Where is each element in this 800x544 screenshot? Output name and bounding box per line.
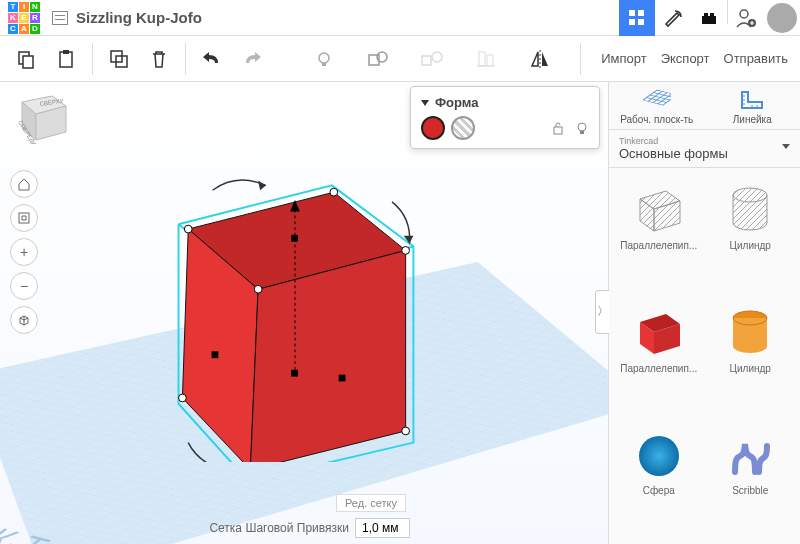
redo-button[interactable] — [235, 42, 269, 76]
snap-grid-bar: Ред. сетку Сетка Шаговой Привязки — [209, 518, 410, 538]
tinkercad-logo[interactable]: TIN KER CAD — [8, 2, 40, 34]
visibility-button[interactable] — [307, 42, 341, 76]
user-avatar[interactable] — [764, 0, 800, 36]
canvas-viewport[interactable]: СВЕРХУ СПЕРЕДИ + − Ч. ПЛОСК-Т — [0, 82, 608, 544]
svg-rect-55 — [580, 131, 584, 134]
shape-sphere[interactable]: Сфера — [615, 419, 703, 538]
app-header: TIN KER CAD Sizzling Kup-Jofo — [0, 0, 800, 36]
paste-icon — [56, 49, 76, 69]
edit-grid-button[interactable]: Ред. сетку — [336, 494, 406, 512]
svg-point-50 — [179, 394, 187, 402]
align-button[interactable] — [469, 42, 503, 76]
svg-rect-10 — [23, 56, 33, 68]
mirror-button[interactable] — [523, 42, 557, 76]
selected-shape-box[interactable] — [165, 132, 425, 462]
mode-bricks-button[interactable] — [691, 0, 727, 36]
collapse-caret-icon[interactable] — [421, 100, 429, 106]
viewcube[interactable]: СВЕРХУ СПЕРЕДИ — [10, 88, 70, 144]
mode-blocks-button[interactable] — [655, 0, 691, 36]
svg-point-52 — [402, 427, 410, 435]
ungroup-icon — [421, 49, 443, 69]
copy-icon — [16, 49, 36, 69]
duplicate-button[interactable] — [102, 42, 136, 76]
ungroup-button[interactable] — [415, 42, 449, 76]
svg-rect-3 — [638, 19, 644, 25]
grid-icon — [628, 9, 646, 27]
svg-point-46 — [184, 225, 192, 233]
shape-box-hole[interactable]: Параллелепип... — [615, 174, 703, 293]
svg-rect-45 — [339, 375, 346, 382]
svg-rect-22 — [487, 55, 493, 66]
shape-inspector[interactable]: Форма — [410, 86, 600, 149]
shape-box-solid[interactable]: Параллелепип... — [615, 297, 703, 416]
bulb-off-icon — [313, 50, 335, 68]
person-plus-icon — [735, 7, 757, 29]
shape-cylinder-solid[interactable]: Цилиндр — [707, 297, 795, 416]
home-icon — [17, 177, 31, 191]
svg-rect-4 — [702, 16, 716, 24]
shape-scribble[interactable]: Scribble — [707, 419, 795, 538]
delete-button[interactable] — [142, 42, 176, 76]
import-button[interactable]: Импорт — [601, 51, 646, 66]
fit-icon — [17, 211, 31, 225]
inspector-title: Форма — [435, 95, 478, 110]
svg-rect-6 — [710, 13, 714, 17]
pickaxe-icon — [663, 8, 683, 28]
svg-rect-53 — [554, 127, 562, 134]
ruler-tool[interactable]: Линейка — [705, 82, 801, 129]
undo-button[interactable] — [195, 42, 229, 76]
svg-rect-0 — [629, 10, 635, 16]
bulb-icon[interactable] — [575, 121, 589, 135]
svg-point-15 — [319, 53, 329, 63]
shape-category-select[interactable]: Tinkercad Основные формы — [609, 130, 800, 168]
workplane-tool[interactable]: Рабоч. плоск-ть — [609, 82, 705, 129]
account-button[interactable] — [728, 0, 764, 36]
paste-button[interactable] — [49, 42, 83, 76]
brick-icon — [699, 8, 719, 28]
send-button[interactable]: Отправить — [724, 51, 788, 66]
project-title[interactable]: Sizzling Kup-Jofo — [76, 9, 202, 26]
trash-icon — [149, 49, 169, 69]
shape-cylinder-hole[interactable]: Цилиндр — [707, 174, 795, 293]
undo-icon — [202, 51, 222, 67]
svg-rect-21 — [479, 52, 485, 66]
svg-rect-16 — [322, 63, 326, 66]
home-view-button[interactable] — [10, 170, 38, 198]
svg-marker-39 — [258, 181, 266, 191]
snap-label: Сетка Шаговой Привязки — [209, 521, 349, 535]
svg-rect-30 — [19, 213, 29, 223]
workplane-icon — [643, 88, 671, 112]
toolbar: Импорт Экспорт Отправить — [0, 36, 800, 82]
svg-rect-43 — [291, 370, 298, 377]
shapes-panel: 〉 Рабоч. плоск-ть Линейка Tinkercad Осно… — [608, 82, 800, 544]
ruler-icon — [738, 88, 766, 112]
lock-icon[interactable] — [551, 121, 565, 135]
align-icon — [476, 49, 496, 69]
avatar-icon — [767, 3, 797, 33]
panel-expand-tab[interactable]: 〉 — [595, 290, 609, 334]
svg-rect-11 — [60, 52, 72, 67]
svg-rect-1 — [638, 10, 644, 16]
svg-point-49 — [254, 285, 262, 293]
svg-rect-19 — [422, 56, 431, 65]
group-button[interactable] — [361, 42, 395, 76]
snap-value-input[interactable] — [355, 518, 410, 538]
copy-button[interactable] — [9, 42, 43, 76]
redo-icon — [242, 51, 262, 67]
svg-point-48 — [402, 247, 410, 255]
svg-rect-5 — [704, 13, 708, 17]
svg-point-77 — [639, 436, 679, 476]
svg-point-54 — [578, 123, 586, 131]
mode-3d-design-button[interactable] — [619, 0, 655, 36]
hole-swatch[interactable] — [451, 116, 475, 140]
svg-point-47 — [330, 188, 338, 196]
group-icon — [367, 49, 389, 69]
designs-list-icon[interactable] — [52, 11, 68, 25]
export-button[interactable]: Экспорт — [661, 51, 710, 66]
solid-color-swatch[interactable] — [421, 116, 445, 140]
mirror-icon — [529, 49, 551, 69]
svg-rect-12 — [63, 50, 69, 54]
fit-view-button[interactable] — [10, 204, 38, 232]
svg-point-7 — [740, 10, 748, 18]
svg-rect-2 — [629, 19, 635, 25]
